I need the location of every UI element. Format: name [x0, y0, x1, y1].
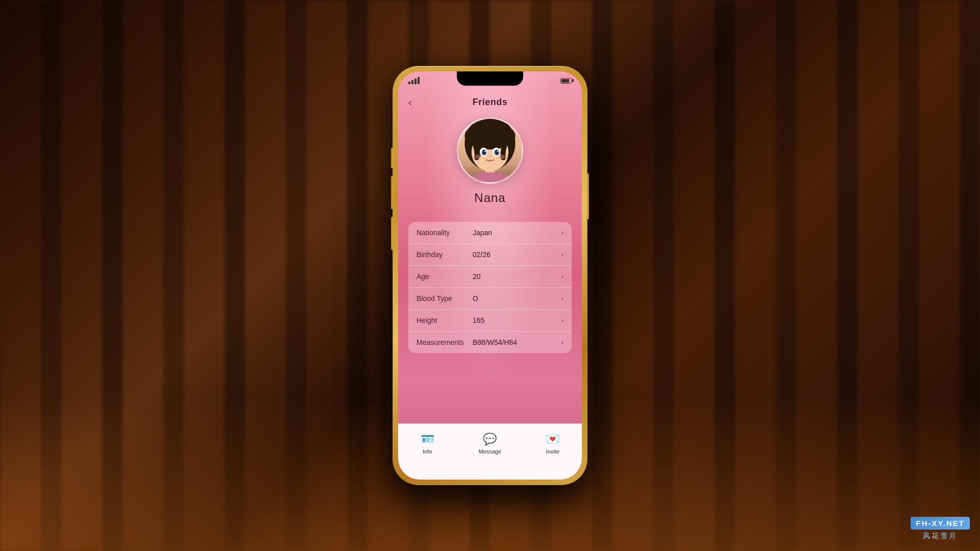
- signal-bar-3: [414, 79, 416, 84]
- info-value: 165: [473, 316, 557, 324]
- svg-point-3: [464, 122, 515, 149]
- invite-tab-icon: 💌: [546, 432, 560, 446]
- phone-shell: ‹ Friends: [393, 66, 587, 485]
- info-row[interactable]: Birthday 02/26 ›: [408, 244, 572, 266]
- info-row[interactable]: Height 165 ›: [408, 310, 572, 332]
- app-header: ‹ Friends: [398, 91, 582, 113]
- signal-indicator: [408, 77, 420, 84]
- phone-notch: [457, 71, 523, 86]
- chevron-right-icon: ›: [561, 251, 564, 258]
- info-row[interactable]: Blood Type O ›: [408, 288, 572, 310]
- back-button[interactable]: ‹: [408, 96, 412, 108]
- volume-down-button: [391, 217, 393, 250]
- svg-point-10: [484, 151, 486, 152]
- info-row[interactable]: Nationality Japan ›: [408, 222, 572, 244]
- tab-info[interactable]: 🪪 Info: [410, 430, 445, 457]
- tab-invite[interactable]: 💌 Invite: [535, 430, 570, 457]
- info-tab-label: Info: [423, 448, 432, 455]
- invite-tab-label: Invite: [546, 448, 559, 455]
- info-label: Birthday: [416, 251, 473, 259]
- info-label: Blood Type: [416, 294, 473, 303]
- watermark-brand: FH-XY.NET: [911, 517, 970, 530]
- signal-bar-2: [411, 80, 413, 84]
- profile-section: Nana: [398, 117, 582, 205]
- info-label: Nationality: [416, 229, 473, 237]
- watermark: FH-XY.NET 风花雪月: [911, 517, 970, 541]
- info-value: Japan: [473, 229, 557, 237]
- app-content: ‹ Friends: [398, 71, 582, 480]
- svg-point-12: [475, 155, 482, 160]
- chevron-right-icon: ›: [561, 229, 564, 236]
- tab-message[interactable]: 💬 Message: [469, 430, 512, 457]
- phone-screen: ‹ Friends: [398, 71, 582, 480]
- svg-point-13: [497, 155, 505, 160]
- signal-bar-1: [408, 82, 410, 84]
- chevron-right-icon: ›: [561, 339, 564, 346]
- tab-bar: 🪪 Info 💬 Message 💌 Invite: [398, 423, 582, 480]
- info-label: Age: [416, 272, 473, 281]
- signal-bar-4: [418, 77, 420, 84]
- info-tab-icon: 🪪: [420, 432, 434, 446]
- avatar-image: [458, 119, 522, 182]
- info-label: Height: [416, 316, 473, 324]
- info-row[interactable]: Measurements B88/W54/H84 ›: [408, 332, 572, 353]
- watermark-chinese: 风花雪月: [923, 532, 958, 541]
- info-label: Measurements: [416, 338, 473, 346]
- profile-name: Nana: [474, 191, 505, 205]
- info-value: B88/W54/H84: [473, 338, 557, 346]
- power-button: [587, 173, 589, 219]
- battery-fill: [561, 79, 569, 83]
- phone-device: ‹ Friends: [393, 66, 587, 485]
- svg-point-11: [497, 151, 499, 152]
- chevron-right-icon: ›: [561, 273, 564, 280]
- volume-up-button: [391, 176, 393, 209]
- message-tab-icon: 💬: [483, 432, 497, 446]
- info-value: 02/26: [473, 251, 557, 259]
- info-row[interactable]: Age 20 ›: [408, 266, 572, 288]
- chevron-right-icon: ›: [561, 295, 564, 302]
- avatar: [457, 117, 523, 184]
- chevron-right-icon: ›: [561, 317, 564, 324]
- battery-icon: [560, 78, 572, 84]
- message-tab-label: Message: [479, 448, 502, 455]
- info-value: 20: [473, 272, 557, 281]
- info-value: O: [473, 294, 557, 303]
- volume-mute-button: [391, 148, 393, 168]
- battery-indicator: [560, 78, 572, 84]
- page-title: Friends: [473, 97, 508, 108]
- info-list: Nationality Japan › Birthday 02/26 › Age…: [408, 222, 572, 353]
